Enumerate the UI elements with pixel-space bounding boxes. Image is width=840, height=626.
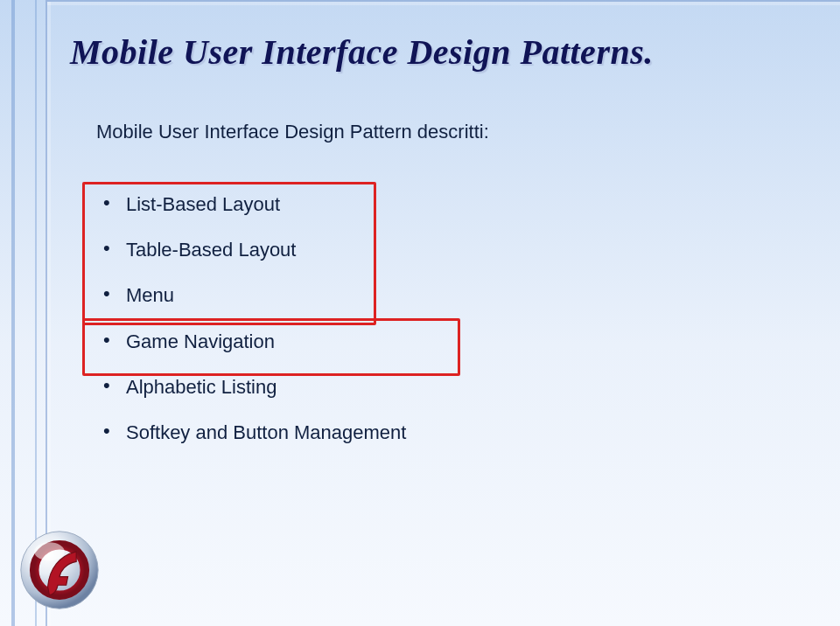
list-item: Menu [96,273,415,318]
list-item-label: Game Navigation [126,330,275,352]
slide-title: Mobile User Interface Design Patterns. [70,31,654,73]
list-item: Alphabetic Listing [96,365,415,410]
svg-point-2 [34,542,65,560]
flash-logo-icon [18,528,102,612]
list-item: Table-Based Layout [96,227,415,273]
list-item: Softkey and Button Management [96,410,415,456]
slide-subtitle: Mobile User Interface Design Pattern des… [96,121,489,143]
list-item: Game Navigation [96,319,415,365]
list-item-label: Alphabetic Listing [126,376,276,398]
list-item-label: Table-Based Layout [126,239,296,261]
list-item: List-Based Layout [96,182,415,227]
list-item-label: Menu [126,284,174,306]
decorative-bar-1 [11,0,15,626]
bullet-list: List-Based Layout Table-Based Layout Men… [96,182,415,456]
list-item-label: Softkey and Button Management [126,421,406,443]
list-item-label: List-Based Layout [126,193,280,215]
slide: Mobile User Interface Design Patterns. M… [0,0,840,626]
